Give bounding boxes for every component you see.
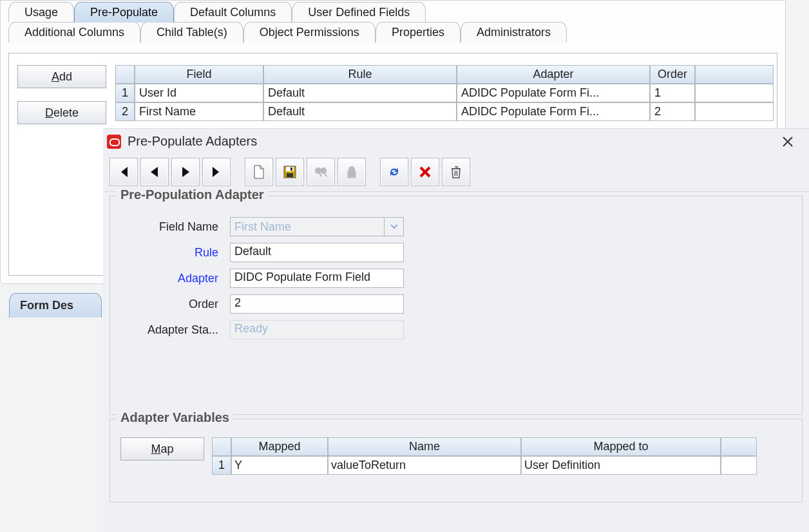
next-record-button[interactable] [171, 158, 200, 186]
save-button[interactable] [276, 158, 304, 186]
cell-order: 1 [650, 84, 695, 102]
prepopulation-adapter-group: Pre-Population Adapter Field Name First … [109, 196, 803, 415]
tab-form-designer[interactable]: Form Des [9, 293, 102, 318]
input-value: Ready [234, 322, 268, 335]
label-order: Order [120, 298, 230, 311]
cell-rule: Default [263, 84, 457, 102]
adapter-variables-table: Mapped Name Mapped to 1 Y valueToReturn … [212, 437, 757, 475]
last-record-button[interactable] [202, 158, 231, 186]
svg-rect-6 [348, 171, 356, 178]
input-value: DIDC Populate Form Field [234, 271, 370, 283]
cell-order: 2 [650, 102, 695, 121]
cell-spare [721, 456, 757, 475]
label-adapter: Adapter [120, 272, 230, 285]
cell-adapter: ADIDC Populate Form Fi... [457, 102, 650, 121]
col-order[interactable]: Order [650, 65, 695, 84]
table-corner [115, 65, 135, 84]
table-row[interactable]: 1 Y valueToReturn User Definition [212, 456, 757, 475]
trash-button[interactable] [442, 158, 470, 186]
tab-label: Usage [24, 6, 58, 19]
col-rule[interactable]: Rule [263, 65, 457, 84]
tabs-row-1: Usage Pre-Populate Default Columns User … [8, 2, 785, 23]
dialog-titlebar: Pre-Populate Adapters [103, 129, 809, 155]
button-label-first: D [45, 106, 53, 119]
table-corner [212, 437, 231, 456]
table-row[interactable]: 2 First Name Default ADIDC Populate Form… [115, 102, 774, 121]
tab-usage[interactable]: Usage [8, 2, 74, 23]
label-rule: Rule [120, 246, 230, 260]
tab-administrators[interactable]: Administrators [461, 22, 567, 43]
tab-pre-populate[interactable]: Pre-Populate [74, 2, 174, 23]
chevron-down-icon [384, 218, 403, 236]
button-label-first: A [52, 70, 59, 83]
input-value: Default [234, 245, 271, 258]
adapter-field[interactable]: DIDC Populate Form Field [230, 269, 404, 288]
tab-label: Administrators [477, 26, 551, 39]
prepopulate-table: Field Rule Adapter Order 1 User Id Defau… [115, 65, 774, 121]
tab-user-defined-fields[interactable]: User Defined Fields [292, 2, 426, 23]
cell-field: User Id [135, 84, 263, 102]
svg-rect-2 [287, 173, 293, 177]
tab-label: User Defined Fields [308, 6, 410, 19]
tab-label: Object Permissions [260, 26, 359, 39]
col-mapped[interactable]: Mapped [231, 437, 328, 456]
tabs-row-2: Additional Columns Child Table(s) Object… [8, 22, 785, 43]
row-number: 1 [212, 456, 231, 475]
col-name[interactable]: Name [328, 437, 521, 456]
col-spare [721, 437, 757, 456]
svg-rect-1 [286, 167, 294, 171]
cell-rule: Default [263, 102, 457, 121]
tab-label: Form Des [20, 299, 73, 312]
button-label-rest: elete [53, 106, 79, 119]
col-field[interactable]: Field [135, 65, 263, 84]
cell-mapped-to: User Definition [521, 456, 721, 475]
dialog-title: Pre-Populate Adapters [128, 134, 257, 149]
svg-point-4 [316, 168, 321, 173]
combo-value: First Name [234, 220, 291, 234]
adapter-variables-group: Adapter Variables Map Mapped Name Mapped… [109, 419, 803, 502]
tab-properties[interactable]: Properties [376, 22, 461, 43]
col-mapped-to[interactable]: Mapped to [521, 437, 721, 456]
label-field-name: Field Name [120, 220, 230, 234]
col-spare [695, 65, 774, 84]
tab-label: Properties [392, 26, 444, 39]
prev-record-button[interactable] [140, 158, 169, 186]
field-name-combo[interactable]: First Name [230, 217, 404, 236]
oracle-logo-icon [107, 135, 121, 149]
table-row[interactable]: 1 User Id Default ADIDC Populate Form Fi… [115, 84, 774, 102]
cell-field: First Name [135, 102, 263, 121]
label-adapter-status: Adapter Sta... [120, 323, 230, 337]
groupbox-title: Adapter Variables [117, 410, 233, 425]
button-label-rest: dd [59, 70, 72, 83]
first-record-button[interactable] [109, 158, 138, 186]
delete-record-button[interactable] [411, 158, 439, 186]
groupbox-title: Pre-Population Adapter [117, 187, 268, 202]
cell-spare [695, 102, 774, 121]
tab-child-tables[interactable]: Child Table(s) [140, 22, 243, 43]
rule-field[interactable]: Default [230, 243, 404, 262]
col-adapter[interactable]: Adapter [457, 65, 650, 84]
cell-adapter: ADIDC Populate Form Fi... [457, 84, 650, 102]
row-number: 2 [115, 102, 135, 121]
new-button[interactable] [245, 158, 273, 186]
tab-object-permissions[interactable]: Object Permissions [243, 22, 376, 43]
lock-button[interactable] [338, 158, 366, 186]
refresh-button[interactable] [380, 158, 408, 186]
cell-mapped: Y [231, 456, 328, 475]
tab-additional-columns[interactable]: Additional Columns [8, 22, 140, 43]
delete-button[interactable]: Delete [17, 101, 106, 124]
map-button[interactable]: Map [120, 437, 204, 461]
close-icon[interactable] [782, 136, 800, 147]
prepopulate-adapters-dialog: Pre-Populate Adapters Pre-Population Ada… [103, 128, 809, 532]
svg-point-5 [321, 168, 326, 173]
add-button[interactable]: Add [17, 65, 106, 88]
find-button[interactable] [307, 158, 335, 186]
dialog-toolbar [103, 155, 809, 192]
button-label-first: M [151, 442, 160, 455]
order-field[interactable]: 2 [230, 294, 404, 314]
tab-label: Additional Columns [24, 26, 124, 39]
tab-default-columns[interactable]: Default Columns [174, 2, 292, 23]
cell-name: valueToReturn [328, 456, 521, 475]
button-label-rest: ap [160, 442, 173, 455]
adapter-status-field: Ready [230, 320, 404, 339]
